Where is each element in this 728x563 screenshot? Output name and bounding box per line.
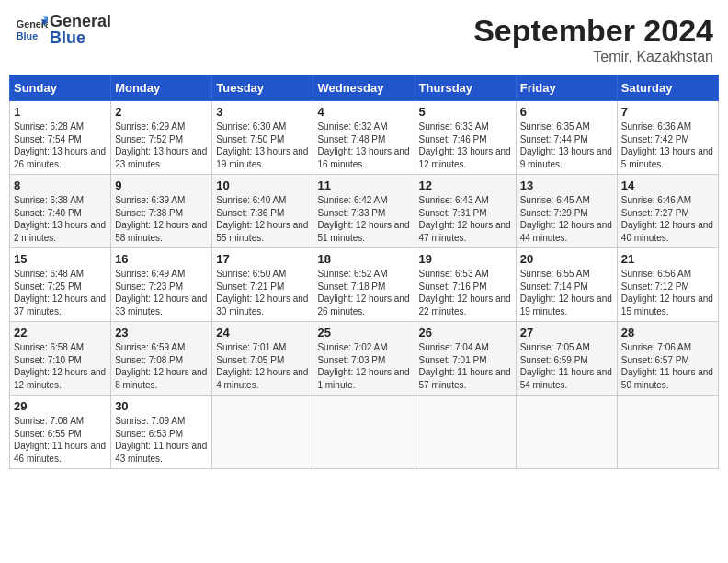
day-number: 22 (14, 326, 107, 339)
calendar-day-cell: 28 Sunrise: 7:06 AMSunset: 6:57 PMDaylig… (617, 322, 718, 396)
day-info: Sunrise: 6:46 AMSunset: 7:27 PMDaylight:… (621, 194, 714, 244)
calendar-day-cell (415, 396, 516, 469)
calendar-day-cell: 13 Sunrise: 6:45 AMSunset: 7:29 PMDaylig… (516, 175, 617, 248)
day-number: 17 (216, 252, 309, 266)
calendar-day-cell: 12 Sunrise: 6:43 AMSunset: 7:31 PMDaylig… (415, 175, 516, 248)
weekday-header: Tuesday (212, 75, 313, 101)
day-info: Sunrise: 6:33 AMSunset: 7:46 PMDaylight:… (419, 121, 512, 170)
calendar-day-cell: 8 Sunrise: 6:38 AMSunset: 7:40 PMDayligh… (10, 175, 111, 248)
calendar-day-cell: 29 Sunrise: 7:08 AMSunset: 6:55 PMDaylig… (10, 396, 111, 469)
day-info: Sunrise: 6:32 AMSunset: 7:48 PMDaylight:… (317, 121, 410, 170)
location: Temir, Kazakhstan (473, 49, 713, 65)
calendar-day-cell: 5 Sunrise: 6:33 AMSunset: 7:46 PMDayligh… (415, 101, 516, 175)
day-number: 18 (317, 252, 410, 266)
logo-text: General Blue (50, 13, 111, 46)
calendar-week-row: 8 Sunrise: 6:38 AMSunset: 7:40 PMDayligh… (10, 175, 719, 248)
calendar-day-cell: 1 Sunrise: 6:28 AMSunset: 7:54 PMDayligh… (10, 101, 111, 175)
weekday-header: Sunday (10, 75, 111, 101)
calendar-day-cell (212, 396, 313, 469)
day-number: 13 (520, 178, 613, 192)
day-number: 27 (520, 326, 613, 339)
day-info: Sunrise: 6:39 AMSunset: 7:38 PMDaylight:… (115, 194, 208, 244)
weekday-header: Thursday (415, 75, 516, 101)
calendar-day-cell (516, 396, 617, 469)
weekday-header: Saturday (617, 75, 718, 101)
day-info: Sunrise: 6:49 AMSunset: 7:23 PMDaylight:… (115, 268, 208, 317)
day-info: Sunrise: 6:52 AMSunset: 7:18 PMDaylight:… (317, 268, 410, 317)
day-info: Sunrise: 6:55 AMSunset: 7:14 PMDaylight:… (520, 268, 613, 317)
day-number: 5 (419, 105, 512, 119)
day-info: Sunrise: 6:59 AMSunset: 7:08 PMDaylight:… (115, 341, 208, 391)
calendar-table: SundayMondayTuesdayWednesdayThursdayFrid… (9, 75, 719, 469)
calendar-week-row: 29 Sunrise: 7:08 AMSunset: 6:55 PMDaylig… (10, 396, 719, 469)
day-number: 25 (317, 326, 410, 339)
logo-general-text: General (50, 13, 111, 29)
day-info: Sunrise: 6:36 AMSunset: 7:42 PMDaylight:… (621, 121, 714, 170)
calendar-day-cell: 24 Sunrise: 7:01 AMSunset: 7:05 PMDaylig… (212, 322, 313, 396)
day-info: Sunrise: 6:50 AMSunset: 7:21 PMDaylight:… (216, 268, 309, 317)
day-info: Sunrise: 6:48 AMSunset: 7:25 PMDaylight:… (14, 268, 107, 317)
day-number: 7 (621, 105, 714, 119)
logo: General Blue General Blue (15, 13, 111, 46)
day-info: Sunrise: 6:45 AMSunset: 7:29 PMDaylight:… (520, 194, 613, 244)
title-block: September 2024 Temir, Kazakhstan (473, 13, 713, 65)
day-number: 26 (419, 326, 512, 339)
day-info: Sunrise: 6:30 AMSunset: 7:50 PMDaylight:… (216, 121, 309, 170)
calendar-day-cell: 30 Sunrise: 7:09 AMSunset: 6:53 PMDaylig… (111, 396, 212, 469)
day-number: 14 (621, 178, 714, 192)
calendar-day-cell: 23 Sunrise: 6:59 AMSunset: 7:08 PMDaylig… (111, 322, 212, 396)
calendar-day-cell: 21 Sunrise: 6:56 AMSunset: 7:12 PMDaylig… (617, 248, 718, 322)
calendar-week-row: 22 Sunrise: 6:58 AMSunset: 7:10 PMDaylig… (10, 322, 719, 396)
day-info: Sunrise: 6:29 AMSunset: 7:52 PMDaylight:… (115, 121, 208, 170)
calendar-day-cell: 4 Sunrise: 6:32 AMSunset: 7:48 PMDayligh… (313, 101, 415, 175)
day-info: Sunrise: 6:40 AMSunset: 7:36 PMDaylight:… (216, 194, 309, 244)
calendar-day-cell: 20 Sunrise: 6:55 AMSunset: 7:14 PMDaylig… (516, 248, 617, 322)
logo-blue-text: Blue (50, 29, 111, 46)
weekday-header: Monday (111, 75, 212, 101)
day-info: Sunrise: 6:58 AMSunset: 7:10 PMDaylight:… (14, 341, 107, 391)
svg-text:Blue: Blue (17, 30, 38, 41)
day-number: 15 (14, 252, 107, 266)
day-info: Sunrise: 6:28 AMSunset: 7:54 PMDaylight:… (14, 121, 107, 170)
day-number: 4 (317, 105, 410, 119)
day-info: Sunrise: 6:43 AMSunset: 7:31 PMDaylight:… (419, 194, 512, 244)
page-header: General Blue General Blue September 2024… (9, 9, 719, 69)
day-number: 11 (317, 178, 410, 192)
logo-icon: General Blue (15, 13, 48, 46)
day-number: 19 (419, 252, 512, 266)
day-number: 2 (115, 105, 208, 119)
day-number: 23 (115, 326, 208, 339)
day-number: 9 (115, 178, 208, 192)
calendar-day-cell: 6 Sunrise: 6:35 AMSunset: 7:44 PMDayligh… (516, 101, 617, 175)
calendar-day-cell: 18 Sunrise: 6:52 AMSunset: 7:18 PMDaylig… (313, 248, 415, 322)
calendar-week-row: 1 Sunrise: 6:28 AMSunset: 7:54 PMDayligh… (10, 101, 719, 175)
day-info: Sunrise: 7:08 AMSunset: 6:55 PMDaylight:… (14, 415, 107, 465)
calendar-day-cell: 26 Sunrise: 7:04 AMSunset: 7:01 PMDaylig… (415, 322, 516, 396)
calendar-day-cell: 17 Sunrise: 6:50 AMSunset: 7:21 PMDaylig… (212, 248, 313, 322)
day-number: 21 (621, 252, 714, 266)
day-info: Sunrise: 6:53 AMSunset: 7:16 PMDaylight:… (419, 268, 512, 317)
calendar-day-cell: 27 Sunrise: 7:05 AMSunset: 6:59 PMDaylig… (516, 322, 617, 396)
day-number: 1 (14, 105, 107, 119)
day-number: 3 (216, 105, 309, 119)
day-number: 6 (520, 105, 613, 119)
day-info: Sunrise: 6:35 AMSunset: 7:44 PMDaylight:… (520, 121, 613, 170)
calendar-day-cell: 3 Sunrise: 6:30 AMSunset: 7:50 PMDayligh… (212, 101, 313, 175)
calendar-day-cell: 19 Sunrise: 6:53 AMSunset: 7:16 PMDaylig… (415, 248, 516, 322)
calendar-day-cell: 25 Sunrise: 7:02 AMSunset: 7:03 PMDaylig… (313, 322, 415, 396)
calendar-day-cell: 10 Sunrise: 6:40 AMSunset: 7:36 PMDaylig… (212, 175, 313, 248)
day-number: 20 (520, 252, 613, 266)
calendar-day-cell: 9 Sunrise: 6:39 AMSunset: 7:38 PMDayligh… (111, 175, 212, 248)
calendar-week-row: 15 Sunrise: 6:48 AMSunset: 7:25 PMDaylig… (10, 248, 719, 322)
calendar-day-cell: 11 Sunrise: 6:42 AMSunset: 7:33 PMDaylig… (313, 175, 415, 248)
day-number: 8 (14, 178, 107, 192)
day-info: Sunrise: 7:06 AMSunset: 6:57 PMDaylight:… (621, 341, 714, 391)
calendar-day-cell (313, 396, 415, 469)
day-number: 30 (115, 399, 208, 413)
day-info: Sunrise: 7:01 AMSunset: 7:05 PMDaylight:… (216, 341, 309, 391)
day-number: 28 (621, 326, 714, 339)
day-number: 10 (216, 178, 309, 192)
calendar-day-cell (617, 396, 718, 469)
month-title: September 2024 (473, 13, 713, 49)
day-info: Sunrise: 7:04 AMSunset: 7:01 PMDaylight:… (419, 341, 512, 391)
